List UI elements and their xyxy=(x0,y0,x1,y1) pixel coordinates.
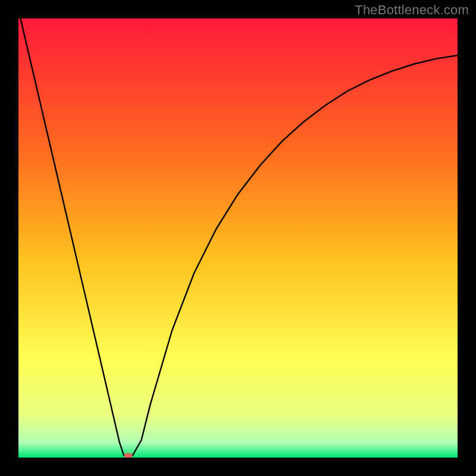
chart-background xyxy=(18,18,458,458)
chart-frame xyxy=(0,0,476,476)
bottleneck-chart xyxy=(18,18,458,458)
watermark-text: TheBottleneck.com xyxy=(355,2,469,18)
